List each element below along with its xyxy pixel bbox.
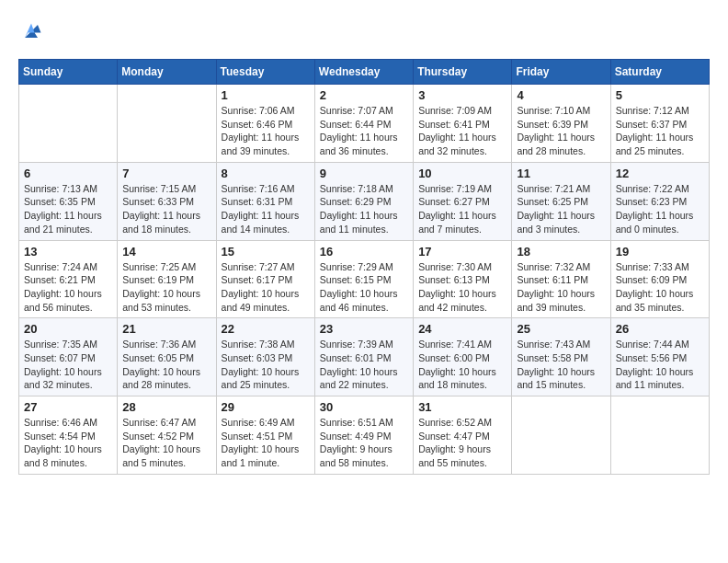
- calendar-cell: 8Sunrise: 7:16 AMSunset: 6:31 PMDaylight…: [216, 162, 314, 240]
- day-info: Sunrise: 7:25 AMSunset: 6:19 PMDaylight:…: [122, 260, 210, 315]
- day-info: Sunrise: 7:44 AMSunset: 5:56 PMDaylight:…: [616, 338, 704, 392]
- day-number: 22: [222, 322, 310, 336]
- weekday-header-friday: Friday: [512, 60, 610, 85]
- day-info: Sunrise: 7:06 AMSunset: 6:46 PMDaylight:…: [222, 104, 310, 158]
- day-info: Sunrise: 6:52 AMSunset: 4:47 PMDaylight:…: [418, 416, 506, 470]
- day-number: 15: [222, 245, 310, 259]
- day-number: 5: [616, 88, 704, 102]
- day-info: Sunrise: 6:51 AMSunset: 4:49 PMDaylight:…: [320, 416, 408, 470]
- calendar-cell: 31Sunrise: 6:52 AMSunset: 4:47 PMDayligh…: [414, 396, 512, 475]
- day-number: 4: [517, 88, 605, 102]
- calendar-cell: 27Sunrise: 6:46 AMSunset: 4:54 PMDayligh…: [19, 396, 118, 475]
- day-number: 24: [418, 322, 506, 336]
- day-number: 18: [517, 245, 605, 259]
- day-info: Sunrise: 6:47 AMSunset: 4:52 PMDaylight:…: [122, 416, 210, 470]
- weekday-header-sunday: Sunday: [19, 60, 118, 85]
- day-info: Sunrise: 7:12 AMSunset: 6:37 PMDaylight:…: [616, 104, 704, 158]
- calendar-cell: 25Sunrise: 7:43 AMSunset: 5:58 PMDayligh…: [512, 318, 610, 396]
- day-info: Sunrise: 6:49 AMSunset: 4:51 PMDaylight:…: [222, 416, 310, 470]
- calendar-cell: 2Sunrise: 7:07 AMSunset: 6:44 PMDaylight…: [314, 85, 413, 163]
- day-number: 16: [320, 245, 408, 259]
- day-info: Sunrise: 7:36 AMSunset: 6:05 PMDaylight:…: [122, 338, 210, 392]
- weekday-header-saturday: Saturday: [610, 60, 709, 85]
- day-info: Sunrise: 6:46 AMSunset: 4:54 PMDaylight:…: [24, 416, 112, 470]
- day-info: Sunrise: 7:35 AMSunset: 6:07 PMDaylight:…: [24, 338, 112, 392]
- day-info: Sunrise: 7:16 AMSunset: 6:31 PMDaylight:…: [222, 182, 310, 236]
- day-info: Sunrise: 7:24 AMSunset: 6:21 PMDaylight:…: [24, 260, 112, 315]
- calendar-cell: 17Sunrise: 7:30 AMSunset: 6:13 PMDayligh…: [414, 240, 512, 318]
- calendar-cell: 21Sunrise: 7:36 AMSunset: 6:05 PMDayligh…: [118, 318, 216, 396]
- calendar-cell: 10Sunrise: 7:19 AMSunset: 6:27 PMDayligh…: [414, 162, 512, 240]
- day-number: 20: [24, 322, 112, 336]
- calendar-cell: 6Sunrise: 7:13 AMSunset: 6:35 PMDaylight…: [19, 162, 118, 240]
- day-info: Sunrise: 7:19 AMSunset: 6:27 PMDaylight:…: [418, 182, 506, 236]
- day-info: Sunrise: 7:30 AMSunset: 6:13 PMDaylight:…: [418, 260, 506, 315]
- calendar-cell: [610, 396, 709, 475]
- calendar-cell: 1Sunrise: 7:06 AMSunset: 6:46 PMDaylight…: [216, 85, 314, 163]
- calendar-cell: 5Sunrise: 7:12 AMSunset: 6:37 PMDaylight…: [610, 85, 709, 163]
- calendar-cell: 24Sunrise: 7:41 AMSunset: 6:00 PMDayligh…: [414, 318, 512, 396]
- day-info: Sunrise: 7:41 AMSunset: 6:00 PMDaylight:…: [418, 338, 506, 392]
- calendar-cell: 4Sunrise: 7:10 AMSunset: 6:39 PMDaylight…: [512, 85, 610, 163]
- day-info: Sunrise: 7:15 AMSunset: 6:33 PMDaylight:…: [122, 182, 210, 236]
- weekday-header-monday: Monday: [118, 60, 216, 85]
- calendar-cell: 19Sunrise: 7:33 AMSunset: 6:09 PMDayligh…: [610, 240, 709, 318]
- day-number: 21: [122, 322, 210, 336]
- day-number: 2: [320, 88, 408, 102]
- calendar-cell: 11Sunrise: 7:21 AMSunset: 6:25 PMDayligh…: [512, 162, 610, 240]
- day-number: 9: [320, 167, 408, 180]
- weekday-header-row: SundayMondayTuesdayWednesdayThursdayFrid…: [19, 60, 710, 85]
- weekday-header-thursday: Thursday: [414, 60, 512, 85]
- day-number: 7: [122, 167, 210, 180]
- day-info: Sunrise: 7:10 AMSunset: 6:39 PMDaylight:…: [517, 104, 605, 158]
- week-row-3: 13Sunrise: 7:24 AMSunset: 6:21 PMDayligh…: [19, 240, 710, 318]
- calendar-cell: 18Sunrise: 7:32 AMSunset: 6:11 PMDayligh…: [512, 240, 610, 318]
- calendar-cell: 13Sunrise: 7:24 AMSunset: 6:21 PMDayligh…: [19, 240, 118, 318]
- day-number: 30: [320, 400, 408, 414]
- day-info: Sunrise: 7:43 AMSunset: 5:58 PMDaylight:…: [517, 338, 605, 392]
- calendar-cell: 12Sunrise: 7:22 AMSunset: 6:23 PMDayligh…: [610, 162, 709, 240]
- weekday-header-wednesday: Wednesday: [314, 60, 413, 85]
- day-number: 26: [616, 322, 704, 336]
- day-number: 31: [418, 400, 506, 414]
- day-number: 14: [122, 245, 210, 259]
- calendar-cell: 3Sunrise: 7:09 AMSunset: 6:41 PMDaylight…: [414, 85, 512, 163]
- day-number: 6: [24, 167, 112, 180]
- calendar-cell: 7Sunrise: 7:15 AMSunset: 6:33 PMDaylight…: [118, 162, 216, 240]
- calendar-cell: 23Sunrise: 7:39 AMSunset: 6:01 PMDayligh…: [314, 318, 413, 396]
- week-row-5: 27Sunrise: 6:46 AMSunset: 4:54 PMDayligh…: [19, 396, 710, 475]
- calendar-cell: 26Sunrise: 7:44 AMSunset: 5:56 PMDayligh…: [610, 318, 709, 396]
- calendar-page: SundayMondayTuesdayWednesdayThursdayFrid…: [0, 0, 728, 493]
- logo-icon: [18, 18, 44, 44]
- day-number: 23: [320, 322, 408, 336]
- week-row-2: 6Sunrise: 7:13 AMSunset: 6:35 PMDaylight…: [19, 162, 710, 240]
- calendar-cell: 22Sunrise: 7:38 AMSunset: 6:03 PMDayligh…: [216, 318, 314, 396]
- day-number: 19: [616, 245, 704, 259]
- day-info: Sunrise: 7:33 AMSunset: 6:09 PMDaylight:…: [616, 260, 704, 315]
- week-row-1: 1Sunrise: 7:06 AMSunset: 6:46 PMDaylight…: [19, 85, 710, 163]
- calendar-cell: [19, 85, 118, 163]
- calendar-cell: 28Sunrise: 6:47 AMSunset: 4:52 PMDayligh…: [118, 396, 216, 475]
- calendar-cell: 9Sunrise: 7:18 AMSunset: 6:29 PMDaylight…: [314, 162, 413, 240]
- day-number: 17: [418, 245, 506, 259]
- day-number: 25: [517, 322, 605, 336]
- calendar-cell: [512, 396, 610, 475]
- calendar-cell: 14Sunrise: 7:25 AMSunset: 6:19 PMDayligh…: [118, 240, 216, 318]
- day-info: Sunrise: 7:09 AMSunset: 6:41 PMDaylight:…: [418, 104, 506, 158]
- day-number: 28: [122, 400, 210, 414]
- day-info: Sunrise: 7:39 AMSunset: 6:01 PMDaylight:…: [320, 338, 408, 392]
- week-row-4: 20Sunrise: 7:35 AMSunset: 6:07 PMDayligh…: [19, 318, 710, 396]
- day-number: 10: [418, 167, 506, 180]
- calendar-table: SundayMondayTuesdayWednesdayThursdayFrid…: [18, 59, 710, 475]
- day-number: 12: [616, 167, 704, 180]
- calendar-cell: [118, 85, 216, 163]
- calendar-cell: 29Sunrise: 6:49 AMSunset: 4:51 PMDayligh…: [216, 396, 314, 475]
- day-number: 29: [222, 400, 310, 414]
- day-info: Sunrise: 7:29 AMSunset: 6:15 PMDaylight:…: [320, 260, 408, 315]
- day-info: Sunrise: 7:18 AMSunset: 6:29 PMDaylight:…: [320, 182, 408, 236]
- calendar-cell: 15Sunrise: 7:27 AMSunset: 6:17 PMDayligh…: [216, 240, 314, 318]
- day-info: Sunrise: 7:38 AMSunset: 6:03 PMDaylight:…: [222, 338, 310, 392]
- logo: [18, 18, 48, 44]
- day-info: Sunrise: 7:21 AMSunset: 6:25 PMDaylight:…: [517, 182, 605, 236]
- calendar-cell: 16Sunrise: 7:29 AMSunset: 6:15 PMDayligh…: [314, 240, 413, 318]
